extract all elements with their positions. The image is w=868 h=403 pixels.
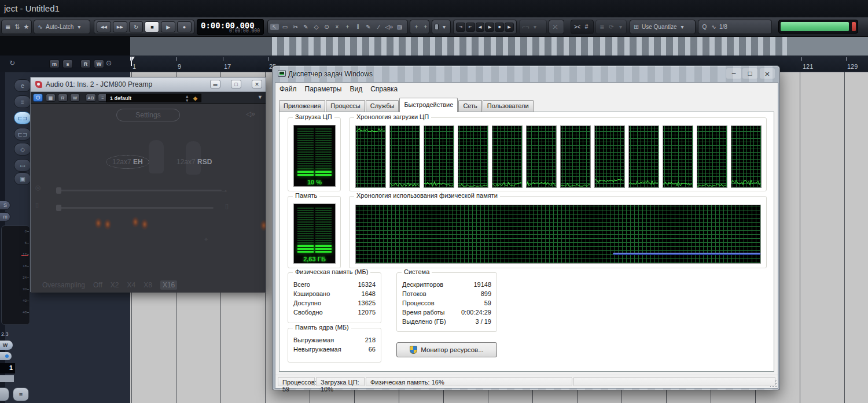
knob-icon[interactable]: ◎ — [35, 184, 41, 191]
nudge-right-icon[interactable]: + — [422, 24, 429, 30]
oversampling-option[interactable]: X4 — [127, 281, 136, 289]
monitor-button[interactable]: ▭ — [14, 159, 31, 172]
mixer-icon[interactable]: ⇅ — [13, 23, 21, 31]
tab-5[interactable]: Пользователи — [483, 100, 534, 112]
zoom-tool[interactable]: ⊙ — [322, 24, 331, 30]
select-tool[interactable]: ↖ — [270, 24, 279, 30]
task-manager-titlebar[interactable]: Диспетчер задач Windows – □ × — [273, 66, 779, 82]
minimize-button[interactable]: ▬ — [210, 80, 220, 88]
mute-button[interactable]: m — [0, 212, 10, 221]
split-tool[interactable]: ✂ — [291, 24, 300, 30]
write-automation-button[interactable]: W — [0, 341, 13, 350]
punch-in-button[interactable]: ⇥ — [456, 23, 465, 32]
tab-3[interactable]: Быстродействие — [399, 98, 458, 112]
go-end-button[interactable]: ▶▶ — [113, 21, 127, 32]
crosshair-tool-button[interactable]: ⤫ — [549, 20, 564, 34]
tab-0[interactable]: Приложения — [279, 100, 325, 112]
quantize-value-group[interactable]: Q ∿ 1/8 — [698, 20, 772, 34]
meter-tool[interactable]: ‖ — [354, 24, 362, 30]
tab-1[interactable]: Процессы — [326, 100, 365, 112]
play-marker-button[interactable]: ▶ — [505, 23, 514, 32]
edit-channel-button[interactable]: e — [14, 79, 31, 92]
inserts-button[interactable]: ⊏⊐ — [14, 112, 31, 124]
settings-button[interactable]: Settings — [116, 109, 180, 121]
volume-slider[interactable] — [58, 207, 214, 209]
setup-icon[interactable]: ≣ — [4, 23, 12, 31]
to-right-locator-button[interactable]: ▶ — [485, 23, 494, 32]
track-list-button[interactable]: ≡ — [13, 387, 29, 401]
close-button[interactable]: × — [760, 68, 775, 79]
track-R-chip[interactable]: R — [80, 60, 91, 68]
color-selector-button[interactable]: ▾ — [432, 20, 451, 34]
resource-monitor-button[interactable]: Монитор ресурсов... — [396, 342, 497, 357]
oversampling-option[interactable]: X2 — [111, 281, 119, 289]
write-chip[interactable]: W — [70, 94, 80, 102]
cycle-button[interactable]: ↻ — [129, 21, 144, 32]
comp-tool[interactable]: ✎ — [301, 24, 310, 30]
sends-button[interactable]: ⊏⊐ — [14, 128, 31, 141]
plugin-power-button[interactable]: ⏻ — [33, 94, 43, 102]
device-button[interactable]: ▣ — [14, 172, 31, 185]
bypass-chip[interactable]: ▦ — [46, 94, 56, 102]
grid-icon[interactable]: # — [583, 24, 590, 30]
magnifier-icon[interactable]: ⊙ — [106, 59, 112, 67]
read-chip[interactable]: R — [58, 94, 68, 102]
quantize-dropdown[interactable]: ⊞ Use Quantize ▾ — [630, 20, 696, 34]
automation-mode-dropdown[interactable]: ∿ Auto-Latch ▾ — [34, 20, 90, 34]
ab-compare-chip[interactable]: AB — [86, 94, 96, 102]
chevron-down-icon[interactable]: ▼ — [258, 94, 263, 100]
mini-slider-icon[interactable]: ⊸ — [222, 187, 227, 195]
to-left-locator-button[interactable]: ◀ — [476, 23, 485, 32]
draw-tool[interactable]: ✎ — [364, 24, 373, 30]
glue-tool[interactable]: ◇ — [312, 24, 321, 30]
close-button[interactable]: ✕ — [252, 80, 262, 88]
line-tool[interactable]: ∕ — [374, 24, 383, 30]
knob-icon[interactable]: ▯ — [35, 201, 39, 209]
oversampling-option[interactable]: X16 — [160, 280, 177, 290]
refresh-icon[interactable]: ↻ — [9, 59, 15, 67]
routing-button[interactable]: ◇ — [14, 143, 31, 156]
channel-fader-panel[interactable]: 06121824304048 — [1, 225, 30, 325]
maximize-button[interactable]: □ — [742, 68, 757, 79]
transport-time-display[interactable]: 0:00:00.000 0:00:00.000 — [197, 19, 264, 35]
tab-4[interactable]: Сеть — [458, 100, 481, 112]
solo-button[interactable]: S — [0, 201, 10, 210]
tube-select-left[interactable]: 12ax7 EH — [106, 155, 149, 169]
monitor-dot-button[interactable] — [0, 352, 12, 360]
minimize-button[interactable]: – — [726, 68, 741, 79]
gain-slider[interactable] — [58, 190, 222, 191]
tab-2[interactable]: Службы — [366, 100, 399, 112]
track-m-chip[interactable]: m — [49, 60, 60, 68]
oversampling-option[interactable]: X8 — [144, 281, 152, 289]
snap-icon[interactable]: >< — [573, 24, 581, 30]
tube-select-right[interactable]: 12ax7 RSD — [176, 158, 212, 166]
preset-spinner-icon[interactable]: ▴▾ — [186, 94, 188, 102]
go-start-button[interactable]: ◀◀ — [97, 21, 111, 32]
color-tool[interactable]: ▨ — [395, 24, 404, 30]
menu-item-3[interactable]: Справка — [366, 83, 402, 93]
ruler-bar-label: 17 — [224, 63, 231, 70]
audition-tool[interactable]: ◁» — [385, 24, 393, 30]
punch-out-button[interactable]: ⇤ — [466, 23, 475, 32]
play-button[interactable]: ▶ — [161, 21, 175, 32]
record-button[interactable]: ● — [177, 21, 192, 32]
stop-marker-button[interactable]: ■ — [495, 23, 504, 32]
track-W-chip[interactable]: W — [94, 60, 104, 68]
menu-item-1[interactable]: Параметры — [301, 83, 346, 93]
star-icon[interactable]: ★ — [23, 23, 30, 31]
preset-selector[interactable]: 1 default ▴▾ ◆ — [106, 94, 201, 102]
menu-item-2[interactable]: Вид — [345, 83, 366, 93]
stop-button[interactable]: ■ — [145, 21, 159, 32]
nudge-left-icon[interactable]: + — [413, 24, 420, 30]
hand-tool[interactable]: + — [343, 24, 352, 30]
oversampling-option[interactable]: Off — [93, 281, 102, 289]
erase-tool[interactable]: × — [333, 24, 341, 30]
maximize-button[interactable]: □ — [231, 80, 241, 88]
track-s-chip[interactable]: s — [62, 60, 73, 68]
hidden-button[interactable] — [0, 387, 9, 401]
range-tool[interactable]: ▭ — [281, 24, 289, 30]
stat-value: 12075 — [358, 308, 376, 317]
strip-button[interactable]: ≡ — [14, 95, 31, 108]
menu-item-0[interactable]: Файл — [275, 83, 301, 93]
plugin-titlebar[interactable]: Audio 01: Ins. 2 - JCM800 Preamp ▬ □ ✕ — [31, 77, 266, 92]
